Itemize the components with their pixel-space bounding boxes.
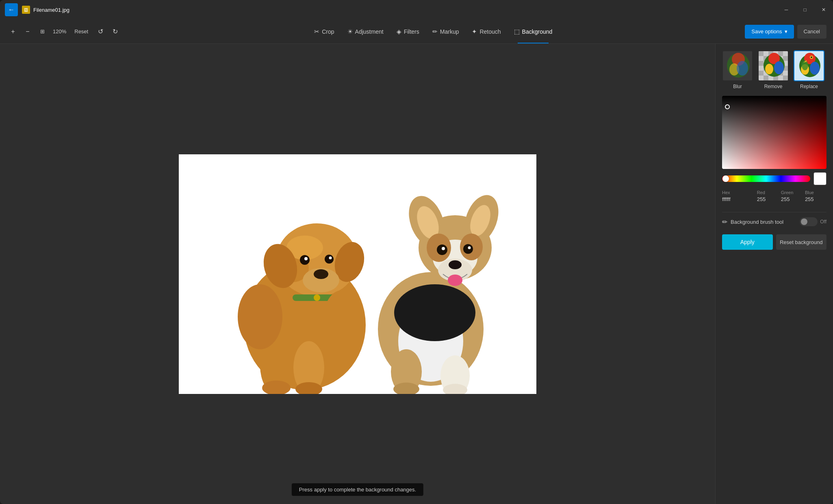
svg-point-10 (300, 255, 310, 265)
hue-handle[interactable] (722, 175, 729, 182)
svg-rect-60 (788, 61, 789, 66)
hue-bar-container (722, 172, 826, 185)
brush-toggle[interactable] (800, 217, 818, 226)
blue-label: Blue (805, 190, 826, 195)
save-options-label: Save options (751, 28, 782, 35)
background-options: Blur (722, 50, 826, 89)
brush-icon: ✏ (722, 218, 727, 226)
svg-rect-70 (783, 76, 788, 80)
crop-icon: ✂ (314, 28, 319, 35)
svg-point-34 (449, 260, 462, 269)
toolbar-actions: Save options ▾ Cancel (745, 25, 826, 39)
svg-rect-53 (788, 51, 789, 56)
bg-option-replace[interactable]: Replace (794, 50, 824, 89)
back-button[interactable]: ← (5, 3, 18, 16)
toggle-knob (801, 218, 807, 225)
green-input-group: Green (781, 190, 803, 202)
green-input[interactable] (781, 196, 803, 202)
toggle-container: Off (800, 217, 826, 226)
nav-adjustment[interactable]: ☀ Adjustment (341, 26, 390, 38)
app-window: ← 🖼 Filename01.jpg ─ □ ✕ + − ⊞ 120% (0, 0, 833, 504)
minimize-button[interactable]: ─ (777, 0, 796, 19)
svg-point-79 (810, 62, 820, 75)
toggle-state-label: Off (820, 219, 826, 225)
nav-crop[interactable]: ✂ Crop (308, 26, 341, 38)
svg-point-19 (323, 290, 360, 351)
red-input[interactable] (757, 196, 779, 202)
replace-label: Replace (800, 84, 818, 89)
nav-markup-label: Markup (440, 28, 459, 35)
brush-tool: ✏ Background brush tool Off (722, 217, 826, 226)
svg-point-12 (304, 257, 308, 260)
dogs-image (179, 154, 536, 394)
zoom-out-button[interactable]: − (21, 25, 34, 38)
svg-rect-50 (759, 51, 764, 56)
window-controls: ─ □ ✕ (777, 0, 833, 19)
save-chevron-icon: ▾ (785, 28, 787, 35)
bg-option-blur[interactable]: Blur (722, 50, 753, 89)
nav-retouch[interactable]: ✦ Retouch (465, 26, 507, 38)
blue-input[interactable] (805, 196, 826, 202)
color-picker-dot[interactable] (725, 104, 730, 109)
canvas-area: Press apply to complete the background c… (0, 44, 715, 504)
fit-button[interactable]: ⊞ (36, 25, 49, 38)
titlebar-filename: Filename01.jpg (33, 7, 69, 13)
apply-button[interactable]: Apply (722, 234, 773, 250)
file-icon: 🖼 (22, 6, 30, 14)
svg-point-48 (737, 61, 748, 76)
hex-label: Hex (722, 190, 755, 195)
zoom-in-button[interactable]: + (7, 25, 20, 38)
svg-rect-57 (759, 61, 764, 66)
reset-button[interactable]: Reset (70, 27, 92, 36)
undo-button[interactable]: ↺ (94, 25, 107, 38)
maximize-button[interactable]: □ (796, 0, 814, 19)
close-button[interactable]: ✕ (814, 0, 833, 19)
svg-point-38 (442, 247, 445, 250)
svg-point-24 (394, 284, 475, 341)
color-picker-canvas[interactable] (722, 96, 826, 169)
blur-label: Blur (733, 84, 742, 89)
titlebar: ← 🖼 Filename01.jpg ─ □ ✕ (0, 0, 833, 19)
zoom-controls: + − ⊞ 120% Reset ↺ ↻ (7, 25, 121, 38)
svg-point-9 (314, 269, 328, 279)
blur-thumbnail (722, 50, 753, 81)
color-swatch (813, 172, 826, 185)
svg-point-11 (325, 255, 334, 264)
nav-filters[interactable]: ◈ Filters (390, 26, 426, 38)
red-input-group: Red (757, 190, 779, 202)
toolbar: + − ⊞ 120% Reset ↺ ↻ ✂ Crop ☀ Adjustment (0, 19, 833, 44)
image-canvas (179, 154, 536, 394)
svg-point-15 (314, 294, 320, 301)
svg-point-39 (468, 246, 471, 249)
cancel-button[interactable]: Cancel (797, 25, 826, 39)
color-inputs: Hex Red Green Blue (722, 190, 826, 202)
bg-option-remove[interactable]: Remove (758, 50, 789, 89)
nav-items: ✂ Crop ☀ Adjustment ◈ Filters ✏ Markup ✦… (123, 26, 743, 38)
svg-point-13 (329, 256, 332, 259)
nav-retouch-label: Retouch (479, 28, 501, 35)
svg-rect-67 (788, 71, 789, 76)
hex-input[interactable] (722, 196, 755, 202)
hex-input-group: Hex (722, 190, 755, 202)
green-label: Green (781, 190, 803, 195)
zoom-level: 120% (50, 28, 69, 35)
reset-background-button[interactable]: Reset background (776, 234, 827, 250)
nav-background[interactable]: ⬚ Background (508, 26, 559, 38)
remove-label: Remove (764, 84, 783, 89)
svg-point-73 (765, 64, 773, 74)
brush-tool-label: Background brush tool (731, 219, 796, 225)
hue-slider[interactable] (722, 175, 810, 182)
remove-thumbnail (758, 50, 789, 81)
sidebar-divider (722, 212, 826, 212)
nav-markup[interactable]: ✏ Markup (426, 26, 466, 38)
redo-button[interactable]: ↻ (108, 25, 121, 38)
svg-point-18 (238, 284, 282, 349)
retouch-icon: ✦ (472, 28, 477, 35)
save-options-button[interactable]: Save options ▾ (745, 25, 794, 39)
markup-icon: ✏ (432, 28, 438, 35)
svg-rect-64 (759, 71, 764, 76)
action-buttons: Apply Reset background (722, 234, 826, 250)
nav-adjustment-label: Adjustment (355, 28, 384, 35)
red-label: Red (757, 190, 779, 195)
svg-rect-56 (783, 56, 788, 61)
